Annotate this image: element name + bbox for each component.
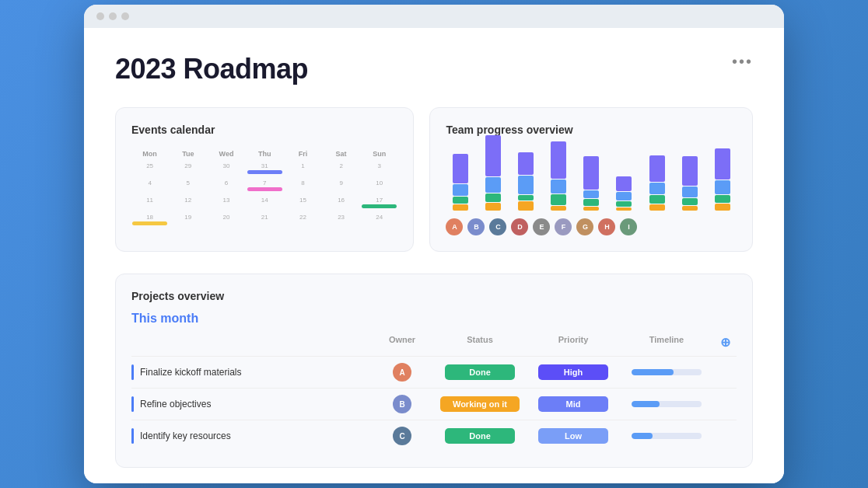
bar-segment <box>518 176 534 194</box>
cal-header-thu: Thu <box>247 148 283 159</box>
cal-cell[interactable]: 23 <box>323 212 359 228</box>
cal-cell[interactable]: 19 <box>170 212 206 228</box>
cal-cell[interactable]: 30 <box>208 161 244 176</box>
status-badge-done[interactable]: Done <box>445 364 515 380</box>
cal-cell[interactable]: 14 <box>247 195 283 211</box>
cal-cell[interactable]: 22 <box>285 212 321 228</box>
cal-cell[interactable]: 5 <box>170 178 206 193</box>
avatar: H <box>598 218 615 235</box>
bar-segment <box>518 201 534 211</box>
calendar-title: Events calendar <box>131 124 397 136</box>
cal-cell[interactable]: 9 <box>323 178 359 193</box>
avatar: C <box>489 218 506 235</box>
cal-header-mon: Mon <box>131 148 168 159</box>
priority-badge-low[interactable]: Low <box>538 428 608 444</box>
bar-segment <box>649 155 665 182</box>
bar-group <box>544 141 572 211</box>
task-name-cell: Identify key resources <box>131 428 371 444</box>
cal-cell[interactable]: 7 <box>247 178 283 193</box>
timeline-cell <box>620 401 713 407</box>
bar-segment <box>485 135 501 176</box>
task-name: Identify key resources <box>140 430 231 441</box>
cal-cell[interactable]: 8 <box>285 178 321 193</box>
bar-segment <box>649 204 665 211</box>
bar-segment <box>715 195 730 204</box>
bar-segment <box>485 177 501 192</box>
bar-segment <box>616 176 632 191</box>
cal-cell[interactable]: 29 <box>170 161 206 176</box>
col-timeline-header: Timeline <box>620 335 713 350</box>
cal-cell[interactable]: 20 <box>208 212 244 228</box>
cal-cell[interactable]: 17 <box>361 195 397 211</box>
events-calendar-widget: Events calendar Mon Tue Wed Thu Fri Sat … <box>115 107 414 252</box>
bar-group <box>610 176 638 211</box>
bar-segment <box>518 152 534 175</box>
bar-group <box>642 155 670 211</box>
bar-group <box>512 152 540 211</box>
bar-stack <box>649 155 665 211</box>
avatar: F <box>555 218 572 235</box>
cal-cell[interactable]: 11 <box>131 195 168 211</box>
cal-cell[interactable]: 16 <box>323 195 359 211</box>
team-progress-title: Team progress overview <box>446 124 737 136</box>
projects-table: Owner Status Priority Timeline ⊕ Finaliz… <box>131 335 737 451</box>
bar-segment <box>583 156 599 190</box>
widgets-row: Events calendar Mon Tue Wed Thu Fri Sat … <box>115 107 753 252</box>
bar-segment <box>616 207 632 211</box>
owner-avatar: B <box>393 395 411 413</box>
cal-header-sat: Sat <box>323 148 359 159</box>
bar-stack <box>682 156 698 211</box>
bar-segment <box>485 193 501 203</box>
cal-cell[interactable]: 18 <box>131 212 168 228</box>
bar-segment <box>715 180 730 193</box>
owner-cell: A <box>371 363 433 382</box>
avatar: G <box>576 218 593 235</box>
bar-segment <box>453 184 468 195</box>
cal-header-fri: Fri <box>285 148 321 159</box>
bar-group <box>676 156 704 211</box>
priority-cell: High <box>527 364 620 380</box>
cal-cell[interactable]: 2 <box>323 161 359 176</box>
cal-cell[interactable]: 15 <box>285 195 321 211</box>
bar-stack <box>485 135 501 211</box>
bar-segment <box>583 207 599 211</box>
cal-cell[interactable]: 10 <box>361 178 397 193</box>
cal-cell[interactable]: 24 <box>361 212 397 228</box>
timeline-bar <box>632 401 702 407</box>
cal-cell[interactable]: 12 <box>170 195 206 211</box>
bar-segment <box>518 195 534 201</box>
status-badge-working[interactable]: Working on it <box>440 396 520 412</box>
app-content: 2023 Roadmap ••• Events calendar Mon Tue… <box>84 28 784 483</box>
add-column-icon[interactable]: ⊕ <box>720 336 730 349</box>
cal-cell[interactable]: 1 <box>285 161 321 176</box>
cal-cell[interactable]: 21 <box>247 212 283 228</box>
status-cell: Done <box>433 364 527 380</box>
avatar: B <box>467 218 485 235</box>
cal-cell[interactable]: 31 <box>247 161 283 176</box>
priority-cell: Mid <box>527 396 620 412</box>
task-name: Finalize kickoff materials <box>140 367 242 378</box>
more-options-icon[interactable]: ••• <box>732 53 753 71</box>
cal-cell[interactable]: 3 <box>361 161 397 176</box>
task-border-indicator <box>131 428 134 444</box>
bar-stack <box>616 176 632 211</box>
cal-header-wed: Wed <box>208 148 244 159</box>
bar-stack <box>583 156 599 211</box>
bar-segment <box>715 204 730 211</box>
bar-segment <box>649 195 665 204</box>
priority-badge-high[interactable]: High <box>538 364 608 380</box>
add-column-btn[interactable]: ⊕ <box>713 335 737 350</box>
cal-cell[interactable]: 4 <box>131 178 168 193</box>
table-row: Identify key resources C Done Low <box>131 420 737 451</box>
status-badge-done[interactable]: Done <box>445 428 515 444</box>
cal-cell[interactable]: 6 <box>208 178 244 193</box>
cal-cell[interactable]: 25 <box>131 161 168 176</box>
task-border-indicator <box>131 364 134 380</box>
bar-segment <box>453 154 468 183</box>
priority-badge-mid[interactable]: Mid <box>538 396 608 412</box>
bar-stack <box>518 152 534 211</box>
bar-segment <box>453 197 468 204</box>
month-label: This month <box>131 312 737 326</box>
cal-cell[interactable]: 13 <box>208 195 244 211</box>
col-priority-header: Priority <box>527 335 620 350</box>
